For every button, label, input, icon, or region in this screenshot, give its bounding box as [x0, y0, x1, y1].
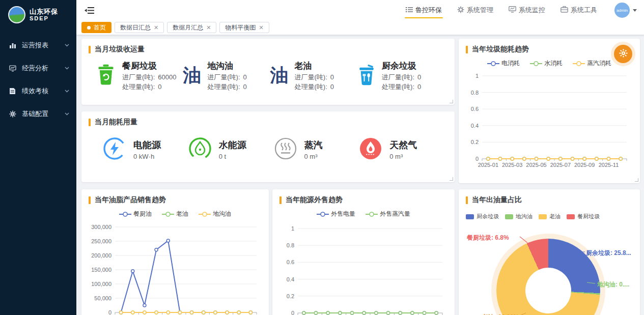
card-title: 当年垃圾能耗趋势: [472, 45, 529, 54]
stat-name: 蒸汽: [304, 139, 323, 151]
svg-text:0.4: 0.4: [471, 123, 479, 129]
sidebar-item-operation-reports[interactable]: 运营报表: [0, 34, 76, 56]
legend-item[interactable]: 外售蒸汽量: [366, 210, 410, 218]
processed-line: 处理量(吨):0: [295, 82, 334, 92]
tab-label: 物料平衡图: [225, 23, 256, 32]
legend-item[interactable]: 地沟油: [199, 210, 231, 218]
bar-chart-icon: [9, 41, 17, 49]
stat-electric-energy: 电能源 0 kW·h: [103, 137, 188, 162]
brand: 山东环保 SDEP: [0, 0, 76, 31]
title-accent-bar: [89, 46, 91, 53]
legend-item[interactable]: 外售电量: [317, 210, 355, 218]
energy-outsale-trend-card: 当年能源外售趋势 外售电量外售蒸汽量 00.20.40.60.812025-01…: [272, 189, 455, 315]
legend-item[interactable]: 餐厨垃圾: [567, 213, 600, 220]
brand-subtitle: SDEP: [30, 15, 58, 21]
legend-item[interactable]: 餐厨油: [119, 210, 152, 218]
gear-icon: [457, 6, 464, 15]
title-accent-bar: [466, 196, 468, 204]
card-title-row: 当月能耗用量: [81, 111, 455, 130]
energy-trend-card: 当年垃圾能耗趋势 电消耗水消耗蒸汽消耗 00.20.40.60.812025-0…: [459, 39, 640, 183]
card-title: 当月垃圾收运量: [95, 45, 145, 54]
svg-text:250,000: 250,000: [91, 238, 111, 244]
title-accent-bar: [279, 196, 282, 204]
sidebar-item-business-analysis[interactable]: 经营分析: [0, 56, 76, 79]
oil-sales-trend-card: 当年油脂产品销售趋势 餐厨油老油地沟油 050,000100,000150,00…: [81, 189, 269, 315]
legend-item[interactable]: 地沟油: [505, 213, 533, 220]
tab-daily-summary[interactable]: 数据日汇总 ✕: [115, 22, 164, 33]
avatar[interactable]: admin: [614, 3, 630, 18]
svg-text:50,000: 50,000: [94, 295, 111, 301]
close-icon[interactable]: ✕: [206, 25, 211, 31]
toolbox-icon: [561, 6, 568, 14]
waste-intake-card: 当月垃圾收运量 餐厨垃圾 进厂量(吨):60000 处理量(吨):0 油 地沟油…: [81, 39, 455, 105]
card-title-row: 当年垃圾能耗趋势: [459, 39, 640, 57]
svg-text:0.4: 0.4: [287, 276, 294, 282]
svg-text:100,000: 100,000: [91, 281, 111, 287]
svg-text:0.6: 0.6: [471, 106, 479, 112]
processed-line: 处理量(吨):0: [122, 82, 176, 92]
nav-item-label: 系统管理: [467, 6, 493, 15]
tab-monthly-summary[interactable]: 数据月汇总 ✕: [167, 22, 216, 33]
svg-text:0: 0: [475, 156, 479, 162]
svg-text:0: 0: [108, 309, 111, 315]
chart-legend[interactable]: 电消耗水消耗蒸汽消耗: [459, 59, 640, 68]
pie-legend[interactable]: 厨余垃圾地沟油老油餐厨垃圾: [459, 208, 640, 220]
waste-stats: 餐厨垃圾 进厂量(吨):60000 处理量(吨):0 油 地沟油 进厂量(吨):…: [81, 57, 455, 92]
chart-legend[interactable]: 外售电量外售蒸汽量: [272, 210, 455, 218]
electric-icon: [103, 137, 126, 162]
brand-logo-icon: [8, 6, 25, 23]
sidebar-item-performance-review[interactable]: 绩效考核: [0, 79, 76, 102]
list-icon: [406, 7, 413, 14]
svg-text:1: 1: [475, 73, 479, 79]
resize-handle[interactable]: [450, 177, 453, 181]
oil-char-icon: 油: [183, 66, 201, 84]
svg-text:2025-09: 2025-09: [574, 162, 595, 168]
processed-line: 处理量(吨):0: [207, 82, 247, 92]
sidebar-item-label: 运营报表: [22, 41, 65, 50]
sidebar-item-basic-config[interactable]: 基础配置: [0, 102, 76, 125]
resize-handle[interactable]: [450, 100, 453, 103]
nav-item-lukong-env[interactable]: 鲁控环保: [406, 0, 442, 20]
tab-material-balance[interactable]: 物料平衡图 ✕: [219, 22, 269, 33]
stat-value: 0 t: [219, 153, 246, 160]
legend-item[interactable]: 电消耗: [487, 59, 520, 68]
legend-item[interactable]: 老油: [162, 210, 188, 218]
stat-value: 0 kW·h: [133, 153, 161, 160]
resize-handle[interactable]: [635, 178, 638, 182]
legend-item[interactable]: 蒸汽消耗: [573, 59, 611, 68]
svg-text:2025-11: 2025-11: [599, 162, 619, 168]
close-icon[interactable]: ✕: [259, 25, 263, 31]
legend-item[interactable]: 厨余垃圾: [466, 213, 499, 220]
nav-item-system-tools[interactable]: 系统工具: [561, 0, 597, 20]
gas-flame-icon: [359, 137, 382, 162]
stat-name: 地沟油: [207, 60, 247, 72]
intake-line: 进厂量(吨):0: [207, 73, 247, 82]
chevron-down-icon[interactable]: [633, 9, 637, 12]
chart-legend[interactable]: 餐厨油老油地沟油: [81, 210, 269, 218]
sidebar-item-label: 绩效考核: [22, 87, 65, 96]
sidebar-collapse-icon[interactable]: [85, 7, 94, 14]
tab-home[interactable]: 首页: [81, 22, 111, 33]
user-menu[interactable]: admin: [614, 3, 637, 18]
nav-item-system-management[interactable]: 系统管理: [457, 0, 493, 20]
dashboard-settings-fab[interactable]: [614, 45, 632, 63]
stat-natural-gas: 天然气 0 m³: [359, 137, 444, 162]
legend-item[interactable]: 水消耗: [530, 59, 563, 68]
energy-usage-card: 当月能耗用量 电能源 0 kW·h 水能源 0 t: [81, 111, 455, 182]
svg-text:0: 0: [291, 310, 294, 315]
close-icon[interactable]: ✕: [154, 25, 158, 31]
svg-text:0.2: 0.2: [287, 293, 294, 299]
steam-icon: [274, 137, 297, 162]
brand-title: 山东环保: [30, 8, 58, 15]
svg-text:2025-03: 2025-03: [502, 162, 522, 168]
legend-item[interactable]: 老油: [539, 213, 561, 220]
title-accent-bar: [89, 119, 91, 126]
top-header: 鲁控环保 系统管理 系统监控 系统工具 admin: [76, 0, 644, 20]
svg-text:0.8: 0.8: [287, 242, 294, 248]
chevron-down-icon: [65, 112, 69, 116]
stat-name: 餐厨垃圾: [122, 60, 176, 72]
oil-ratio-card: 当年出油量占比 厨余垃圾地沟油老油餐厨垃圾 餐厨垃圾: 6.8% 厨余垃圾: 2…: [459, 189, 640, 315]
sidebar-item-label: 基础配置: [22, 109, 65, 119]
nav-item-system-monitor[interactable]: 系统监控: [509, 0, 545, 20]
stat-name: 老油: [295, 60, 334, 72]
